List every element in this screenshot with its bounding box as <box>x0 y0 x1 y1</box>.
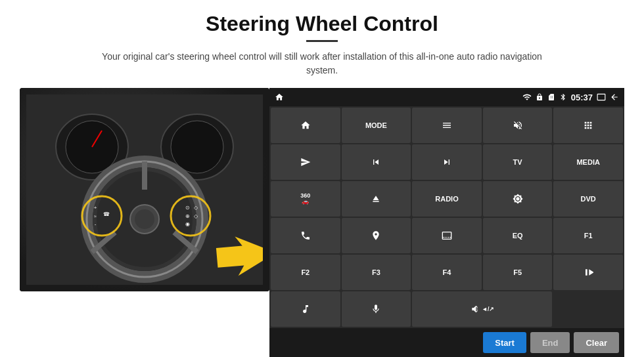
btn-phone[interactable] <box>271 218 340 253</box>
svg-text:+: + <box>94 205 97 211</box>
status-bar-right: 05:37 <box>522 93 619 102</box>
btn-vol[interactable]: ◄/↗ <box>412 291 552 327</box>
wifi-icon <box>522 93 532 102</box>
btn-radio[interactable]: RADIO <box>412 181 482 217</box>
vol-btn-icon <box>470 304 480 314</box>
btn-dvd[interactable]: DVD <box>553 181 623 217</box>
btn-send[interactable] <box>271 144 340 180</box>
car-image: + ≈ - ☎ ⊙ ◇ ⊕ ◇ ◉ <box>20 88 269 291</box>
btn-apps[interactable] <box>553 108 623 143</box>
btn-home[interactable] <box>271 108 340 143</box>
btn-navi[interactable] <box>342 218 411 253</box>
svg-text:⊙: ⊙ <box>185 205 190 211</box>
svg-text:≈: ≈ <box>94 214 97 219</box>
playpause-btn-icon <box>583 267 593 278</box>
btn-prev[interactable] <box>342 144 411 180</box>
home-icon <box>275 93 284 102</box>
page-subtitle: Your original car's steering wheel contr… <box>92 50 552 77</box>
bluetooth-icon <box>559 93 567 101</box>
steering-wheel-illustration: + ≈ - ☎ ⊙ ◇ ⊕ ◇ ◉ <box>26 94 263 285</box>
phone-btn-icon <box>300 230 311 241</box>
btn-mute[interactable] <box>483 108 553 143</box>
brightness-btn-icon <box>513 194 523 204</box>
btn-tv[interactable]: TV <box>483 144 553 180</box>
btn-f3[interactable]: F3 <box>342 255 411 290</box>
svg-point-4 <box>171 121 223 173</box>
action-bar: Start End Clear <box>269 328 624 357</box>
title-divider <box>306 40 338 42</box>
screen-icon <box>597 93 606 102</box>
eject-btn-icon <box>371 194 381 204</box>
btn-screen2[interactable] <box>412 218 482 253</box>
btn-mode[interactable]: MODE <box>342 108 411 143</box>
page-title: Steering Wheel Control <box>206 12 438 36</box>
btn-f2[interactable]: F2 <box>271 255 340 290</box>
clear-button[interactable]: Clear <box>574 332 619 353</box>
screen2-btn-icon <box>442 230 452 241</box>
svg-text:◇: ◇ <box>194 213 198 219</box>
control-panel: 05:37 MODE <box>269 88 624 357</box>
apps-btn-icon <box>583 120 593 131</box>
svg-point-13 <box>135 209 154 229</box>
btn-f4[interactable]: F4 <box>412 255 482 290</box>
prev-btn-icon <box>371 157 381 167</box>
btn-brightness[interactable] <box>483 181 553 217</box>
svg-text:◉: ◉ <box>185 221 190 227</box>
send-btn-icon <box>300 157 311 167</box>
btn-f1[interactable]: F1 <box>553 218 623 253</box>
car-image-bg: + ≈ - ☎ ⊙ ◇ ⊕ ◇ ◉ <box>20 88 269 291</box>
btn-playpause[interactable] <box>553 255 623 290</box>
home-btn-icon <box>300 120 311 131</box>
lock-icon <box>536 93 543 101</box>
content-area: + ≈ - ☎ ⊙ ◇ ⊕ ◇ ◉ <box>20 88 624 357</box>
mute-btn-icon <box>513 120 523 131</box>
list-btn-icon <box>442 120 452 131</box>
sim-icon <box>547 93 555 101</box>
vol-label: ◄/↗ <box>482 306 494 312</box>
svg-text:☎: ☎ <box>103 211 110 217</box>
btn-eq[interactable]: EQ <box>483 218 553 253</box>
music-btn-icon <box>300 304 311 314</box>
back-icon <box>610 93 619 102</box>
btn-f5[interactable]: F5 <box>483 255 553 290</box>
navi-btn-icon <box>371 230 381 241</box>
page-container: Steering Wheel Control Your original car… <box>0 0 644 357</box>
btn-360[interactable]: 360🚗 <box>271 181 340 217</box>
btn-next[interactable] <box>412 144 482 180</box>
status-bar-left <box>275 93 284 102</box>
svg-text:◇: ◇ <box>194 205 198 211</box>
next-btn-icon <box>442 157 452 167</box>
btn-media[interactable]: MEDIA <box>553 144 623 180</box>
end-button[interactable]: End <box>530 332 570 353</box>
status-bar: 05:37 <box>269 88 624 106</box>
button-grid: MODE TV <box>269 106 624 328</box>
start-button[interactable]: Start <box>483 332 526 353</box>
status-time: 05:37 <box>571 93 593 102</box>
svg-text:⊕: ⊕ <box>185 213 190 219</box>
360-label: 360🚗 <box>300 193 310 205</box>
svg-text:-: - <box>95 221 97 227</box>
btn-music[interactable] <box>271 291 340 327</box>
btn-mic[interactable] <box>342 291 411 327</box>
btn-list[interactable] <box>412 108 482 143</box>
mic-btn-icon <box>371 304 381 314</box>
btn-eject[interactable] <box>342 181 411 217</box>
